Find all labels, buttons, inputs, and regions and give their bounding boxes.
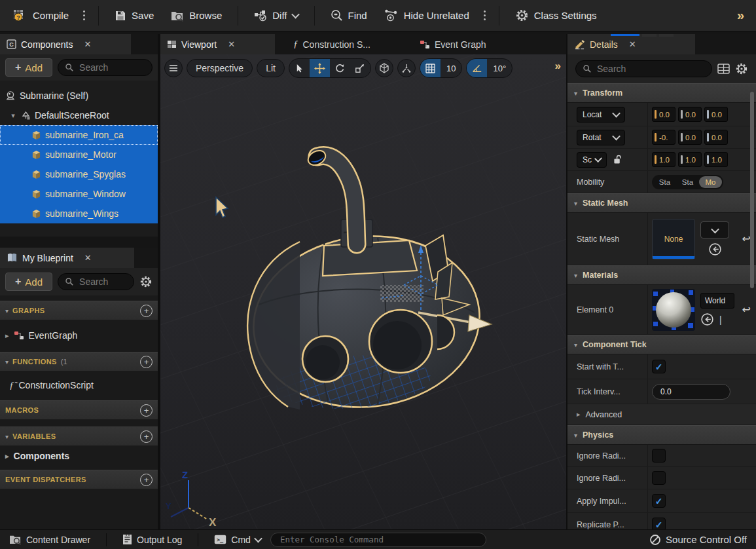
- tree-item-mesh[interactable]: submarine_Window: [0, 184, 158, 204]
- construction-script-item[interactable]: ƒ̃ ConstructionScript: [0, 375, 158, 395]
- reset-to-default-icon[interactable]: ↩: [742, 303, 751, 316]
- viewport-toolbar-overflow-button[interactable]: »: [555, 60, 561, 73]
- components-search-input[interactable]: [78, 62, 145, 73]
- ignore-radial-impulse-checkbox[interactable]: [652, 449, 666, 463]
- ignore-radial-force-checkbox[interactable]: [652, 471, 666, 485]
- tab-event-graph[interactable]: Event Graph: [413, 34, 493, 54]
- expand-arrow-icon[interactable]: ▸: [5, 452, 9, 461]
- tree-item-mesh[interactable]: submarine_Spyglas: [0, 164, 158, 184]
- transform-section-header[interactable]: ▾ Transform: [567, 83, 756, 103]
- add-variable-button[interactable]: +: [140, 430, 153, 443]
- rotation-z-field[interactable]: 0.0: [704, 130, 728, 145]
- mobility-stationary-button[interactable]: Sta: [676, 176, 699, 188]
- rotation-y-field[interactable]: 0.0: [678, 130, 702, 145]
- unlock-icon[interactable]: [613, 155, 622, 164]
- add-component-button[interactable]: + Add: [5, 58, 52, 77]
- cmd-dropdown[interactable]: >_ Cmd: [210, 535, 265, 545]
- tab-components[interactable]: C Components ✕: [0, 34, 131, 54]
- hide-unrelated-options-menu[interactable]: [480, 8, 490, 23]
- location-z-field[interactable]: 0.0: [704, 107, 728, 122]
- components-search[interactable]: [58, 59, 153, 76]
- details-search[interactable]: [575, 60, 712, 77]
- tree-item-self[interactable]: Submarine (Self): [0, 86, 158, 105]
- static-mesh-picker-dropdown[interactable]: [700, 221, 729, 238]
- tab-my-blueprint[interactable]: My Blueprint ✕: [0, 248, 134, 268]
- location-y-field[interactable]: 0.0: [678, 107, 702, 122]
- mobility-static-button[interactable]: Sta: [653, 176, 676, 188]
- scale-x-field[interactable]: 1.0: [652, 152, 675, 167]
- scale-y-field[interactable]: 1.0: [678, 152, 702, 167]
- angle-snap-value-dropdown[interactable]: 10°: [487, 59, 512, 77]
- expand-arrow-icon[interactable]: ▾: [9, 111, 17, 120]
- rotate-tool-button[interactable]: [330, 59, 350, 77]
- tab-details[interactable]: Details ✕: [567, 34, 695, 54]
- tab-viewport[interactable]: Viewport ✕: [160, 34, 275, 54]
- collapsed-tab-nub[interactable]: [659, 34, 674, 37]
- add-graph-button[interactable]: +: [140, 305, 153, 317]
- save-button[interactable]: Save: [108, 6, 160, 26]
- advanced-expander[interactable]: ▸ Advanced: [567, 404, 756, 425]
- 3d-viewport[interactable]: Z Y X Perspective Lit 10 10° »: [160, 54, 566, 529]
- lit-dropdown[interactable]: Lit: [257, 59, 285, 77]
- apply-impulse-checkbox[interactable]: [652, 494, 666, 508]
- add-macro-button[interactable]: +: [140, 404, 153, 417]
- find-button[interactable]: Find: [324, 5, 374, 26]
- property-matrix-icon[interactable]: [717, 64, 730, 74]
- close-icon[interactable]: ✕: [228, 39, 235, 49]
- add-function-button[interactable]: +: [140, 356, 153, 368]
- location-x-field[interactable]: 0.0: [652, 107, 675, 122]
- tab-construction-script[interactable]: ƒ Construction S...: [287, 34, 377, 54]
- start-with-tick-checkbox[interactable]: [652, 360, 666, 373]
- rotation-space-dropdown[interactable]: Rotat: [577, 130, 625, 145]
- surface-snap-button[interactable]: [397, 59, 416, 77]
- toolbar-overflow-button[interactable]: »: [732, 8, 749, 23]
- class-settings-button[interactable]: Class Settings: [509, 5, 603, 26]
- tick-interval-field[interactable]: 0.0: [652, 384, 730, 400]
- static-mesh-section-header[interactable]: ▾ Static Mesh: [567, 193, 756, 213]
- tree-item-mesh[interactable]: submarine_Motor: [0, 145, 158, 164]
- compile-options-menu[interactable]: [79, 8, 89, 23]
- source-control-button[interactable]: Source Control Off: [645, 534, 751, 546]
- close-icon[interactable]: ✕: [629, 39, 636, 49]
- hide-unrelated-button[interactable]: Hide Unrelated: [378, 5, 476, 26]
- location-space-dropdown[interactable]: Locat: [577, 107, 625, 123]
- material-sphere-thumbnail[interactable]: [652, 289, 695, 331]
- content-drawer-button[interactable]: Content Drawer: [5, 534, 94, 545]
- my-blueprint-search[interactable]: [58, 273, 134, 290]
- variables-section-header[interactable]: ▾ VARIABLES +: [0, 426, 158, 446]
- scale-tool-button[interactable]: [350, 59, 370, 77]
- add-event-dispatcher-button[interactable]: +: [140, 474, 153, 486]
- details-settings-gear-icon[interactable]: [735, 62, 748, 75]
- reset-to-default-icon[interactable]: ↩: [742, 233, 751, 245]
- scale-space-dropdown[interactable]: Sc: [577, 152, 607, 168]
- world-space-toggle-button[interactable]: [375, 59, 393, 77]
- physics-section-header[interactable]: ▾ Physics: [567, 425, 756, 445]
- move-tool-button[interactable]: [310, 59, 330, 77]
- macros-section-header[interactable]: MACROS +: [0, 400, 158, 420]
- graphs-section-header[interactable]: ▾ GRAPHS +: [0, 301, 158, 320]
- add-blueprint-button[interactable]: + Add: [5, 273, 52, 291]
- functions-section-header[interactable]: ▾ FUNCTIONS (1 +: [0, 352, 158, 371]
- blueprint-settings-gear-icon[interactable]: [139, 275, 153, 288]
- grid-snap-toggle-button[interactable]: [420, 59, 441, 77]
- compile-button[interactable]: ? Compile: [7, 5, 75, 26]
- my-blueprint-search-input[interactable]: [78, 276, 127, 288]
- tree-item-mesh[interactable]: submarine_Iron_ca: [0, 125, 158, 145]
- tree-item-mesh[interactable]: submarine_Wings: [0, 204, 158, 223]
- perspective-dropdown[interactable]: Perspective: [187, 59, 253, 77]
- close-icon[interactable]: ✕: [84, 39, 91, 49]
- collapsed-tab-nub[interactable]: [642, 34, 657, 37]
- mobility-movable-button[interactable]: Mo: [699, 176, 722, 188]
- output-log-button[interactable]: Output Log: [118, 534, 186, 545]
- replicate-physics-checkbox[interactable]: [652, 518, 666, 529]
- event-dispatchers-section-header[interactable]: EVENT DISPATCHERS +: [0, 470, 158, 489]
- use-selected-asset-icon[interactable]: [700, 312, 714, 326]
- viewport-menu-button[interactable]: [164, 59, 183, 77]
- browse-button[interactable]: Browse: [164, 6, 228, 26]
- console-command-box[interactable]: [270, 533, 486, 547]
- details-scrollbar[interactable]: [750, 92, 754, 288]
- details-search-input[interactable]: [596, 63, 705, 75]
- expand-arrow-icon[interactable]: ▸: [5, 331, 9, 340]
- grid-snap-value-dropdown[interactable]: 10: [441, 59, 461, 77]
- console-command-input[interactable]: [279, 534, 478, 545]
